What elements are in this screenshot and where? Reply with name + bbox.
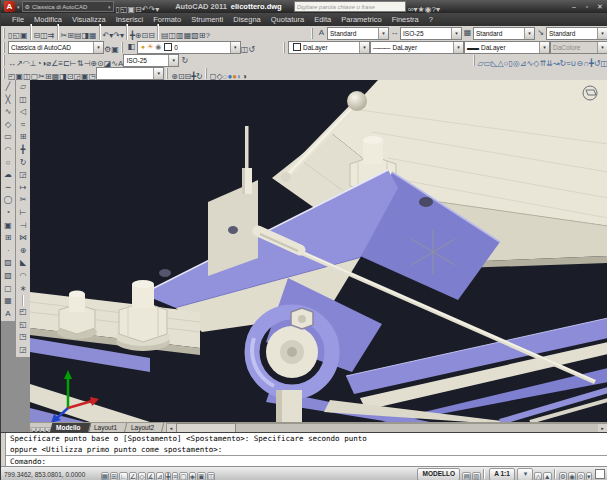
block-editor-icon[interactable]: ▦ bbox=[89, 31, 97, 40]
offset-icon[interactable]: ≈ bbox=[17, 119, 30, 132]
toolbar-grip[interactable] bbox=[3, 68, 5, 79]
layer-properties-manager-icon[interactable]: ◧ bbox=[126, 41, 137, 53]
otrack-toggle-icon[interactable]: ∡ bbox=[147, 472, 155, 480]
extend-icon[interactable]: ⊢ bbox=[17, 207, 30, 220]
polygon-icon[interactable]: ◇ bbox=[2, 119, 15, 132]
hatch-icon[interactable]: ▨ bbox=[2, 257, 15, 270]
layer-on-bulb-icon[interactable]: ● bbox=[141, 43, 145, 50]
rotate-icon[interactable]: ↻ bbox=[17, 157, 30, 170]
revision-cloud-icon[interactable]: ☁ bbox=[2, 169, 15, 182]
fillet-icon[interactable]: ◠ bbox=[17, 270, 30, 283]
spline-icon[interactable]: ∼ bbox=[2, 182, 15, 195]
drawing-canvas[interactable] bbox=[30, 80, 607, 422]
layer-combo[interactable]: ●☀◉ 0 ▾ bbox=[137, 41, 241, 54]
sc-toggle-icon[interactable]: ◈ bbox=[189, 472, 196, 480]
chevron-down-icon[interactable]: ▾ bbox=[451, 28, 461, 39]
zoom-previous-icon[interactable]: ⊟ bbox=[148, 31, 155, 40]
explode-icon[interactable]: ∗ bbox=[17, 283, 30, 296]
gradient-icon[interactable]: ▧ bbox=[2, 270, 15, 283]
status-menu-icon[interactable]: ▾ bbox=[586, 472, 592, 480]
toolbar-grip[interactable] bbox=[283, 42, 285, 53]
ortho-toggle-icon[interactable]: ∟ bbox=[119, 472, 128, 480]
clean-screen-button[interactable] bbox=[595, 469, 605, 479]
copy-icon[interactable]: ◫ bbox=[17, 94, 30, 107]
menu-finestra[interactable]: Finestra bbox=[387, 13, 424, 26]
minimize-button[interactable]: – bbox=[569, 1, 579, 12]
chevron-down-icon[interactable]: ▾ bbox=[230, 42, 240, 53]
ellipse-icon[interactable]: ◯ bbox=[2, 194, 15, 207]
construction-line-icon[interactable]: ╳ bbox=[2, 94, 15, 107]
toolbar-lock-icon[interactable]: ◉ bbox=[568, 472, 576, 480]
zoom-realtime-icon[interactable]: ⊕ bbox=[135, 31, 142, 40]
publish-icon[interactable]: ⇉ bbox=[48, 31, 55, 40]
trim-icon[interactable]: ✂ bbox=[17, 194, 30, 207]
model-space-icon[interactable]: ▤ bbox=[462, 472, 471, 480]
layer-freeze-sun-icon[interactable]: ☀ bbox=[147, 43, 153, 50]
array-icon[interactable]: ⊞ bbox=[17, 131, 30, 144]
send-to-back-icon[interactable]: ◱ bbox=[17, 319, 30, 332]
restore-button[interactable]: ▫ bbox=[582, 1, 592, 12]
layer-lock-icon[interactable]: ◉ bbox=[155, 43, 161, 50]
polyline-icon[interactable]: ∿ bbox=[2, 106, 15, 119]
grid-toggle-icon[interactable]: ⊞ bbox=[110, 472, 118, 480]
chevron-down-icon[interactable]: ▾ bbox=[359, 42, 369, 53]
annotation-scale-button[interactable]: A 1:1 bbox=[489, 468, 515, 480]
toolbar-grip[interactable] bbox=[311, 28, 313, 39]
chevron-down-icon[interactable]: ▾ bbox=[524, 28, 534, 39]
toolbar-grip[interactable] bbox=[3, 55, 5, 66]
dyn-toggle-icon[interactable]: ╋ bbox=[165, 472, 171, 480]
rectangle-icon[interactable]: ▭ bbox=[2, 131, 15, 144]
text-style-combo[interactable]: Standard ▾ bbox=[327, 27, 389, 40]
annotation-visibility-icon[interactable]: △ bbox=[534, 472, 541, 480]
open-file-icon[interactable]: ◱ bbox=[12, 31, 20, 40]
bring-above-objects-icon[interactable]: ◳ bbox=[17, 331, 30, 344]
menu-edita[interactable]: Edita bbox=[309, 13, 336, 26]
workspace-switching-icon[interactable]: ⚙ bbox=[559, 472, 567, 480]
line-icon[interactable]: ╱ bbox=[2, 81, 15, 94]
point-icon[interactable]: ∙ bbox=[2, 245, 15, 258]
scale-icon[interactable]: ◲ bbox=[17, 169, 30, 182]
reference-name-combo[interactable]: ▾ bbox=[96, 67, 164, 80]
redo-dropdown-icon[interactable]: ▾ bbox=[120, 31, 124, 40]
match-properties-icon[interactable]: ◨ bbox=[81, 31, 89, 40]
table-icon[interactable]: ▦ bbox=[2, 295, 15, 308]
hardware-acceleration-icon[interactable]: ⊙ bbox=[577, 472, 585, 480]
chevron-down-icon[interactable]: ▾ bbox=[453, 42, 463, 53]
menu-disegna[interactable]: Disegna bbox=[228, 13, 266, 26]
multileader-style-combo[interactable]: Standard ▾ bbox=[546, 27, 607, 40]
close-button[interactable]: ✕ bbox=[595, 1, 605, 12]
model-space-button[interactable]: MODELLO bbox=[417, 468, 460, 480]
toolbar-grip[interactable] bbox=[166, 68, 168, 79]
erase-icon[interactable]: ▱ bbox=[17, 81, 30, 94]
mirror-icon[interactable]: ◁ bbox=[17, 106, 30, 119]
menu-help[interactable]: ? bbox=[424, 13, 438, 26]
snap-toggle-icon[interactable]: ▦ bbox=[101, 472, 110, 480]
chamfer-icon[interactable]: ◣ bbox=[17, 257, 30, 270]
annotation-scale-dropdown-icon[interactable]: ▾ bbox=[517, 468, 533, 480]
layout-space-icon[interactable]: ▥ bbox=[472, 472, 481, 480]
chevron-down-icon[interactable]: ▾ bbox=[597, 28, 607, 39]
table-style-combo[interactable]: Standard ▾ bbox=[473, 27, 535, 40]
polar-toggle-icon[interactable]: ∠ bbox=[129, 472, 137, 480]
arc-icon[interactable]: ◠ bbox=[2, 144, 15, 157]
menu-quotatura[interactable]: Quotatura bbox=[266, 13, 309, 26]
make-block-icon[interactable]: ⊞ bbox=[2, 232, 15, 245]
chevron-down-icon[interactable]: ▾ bbox=[153, 68, 163, 79]
layer-previous-icon[interactable]: ↺ bbox=[248, 45, 255, 54]
join-icon[interactable]: ⊕ bbox=[17, 245, 30, 258]
stretch-icon[interactable]: ↦ bbox=[17, 182, 30, 195]
toolbar-grip[interactable] bbox=[3, 42, 5, 53]
vp-toggle-icon[interactable]: ◫ bbox=[207, 472, 216, 480]
osnap-toggle-icon[interactable]: ◇ bbox=[138, 472, 145, 480]
dim-style-combo[interactable]: ISO-25 ▾ bbox=[400, 27, 462, 40]
insert-block-icon[interactable]: ▣ bbox=[2, 220, 15, 233]
chevron-down-icon[interactable]: ▾ bbox=[378, 28, 388, 39]
designcenter-icon[interactable]: ◫ bbox=[169, 31, 177, 40]
toolbar-grip[interactable] bbox=[205, 68, 207, 79]
region-icon[interactable]: ▢ bbox=[2, 283, 15, 296]
copy-clip-icon[interactable]: ⊞ bbox=[67, 31, 74, 40]
properties-palette-icon[interactable]: ▤ bbox=[161, 31, 169, 40]
color-combo[interactable]: DaLayer ▾ bbox=[288, 41, 370, 54]
break-icon[interactable]: ⋈ bbox=[17, 232, 30, 245]
break-at-point-icon[interactable]: ⊣ bbox=[17, 220, 30, 233]
